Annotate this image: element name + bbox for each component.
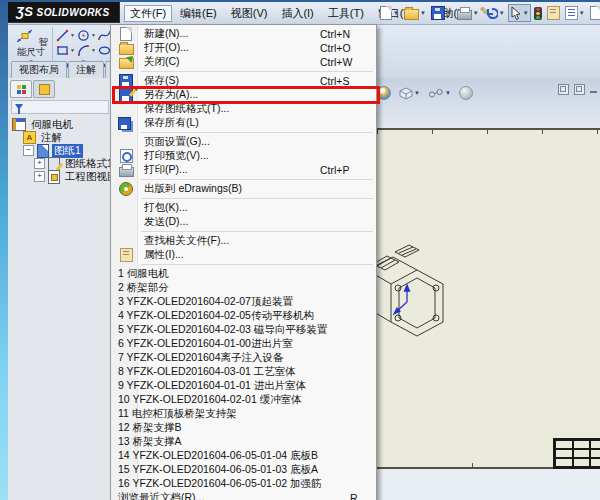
recent-file-item[interactable]: 4 YFZK-OLED201604-02-05传动平移机构: [111, 309, 376, 323]
menubar-item[interactable]: 视图(V): [225, 5, 274, 22]
chevron-down-icon[interactable]: ▼: [70, 32, 75, 38]
file-menu-item-icon-cell: [116, 55, 136, 69]
tree-expander-icon[interactable]: +: [34, 171, 45, 182]
file-menu-item-label: 保存图纸格式(T)...: [144, 102, 320, 116]
file-menu-item[interactable]: 打印预览(V)...: [111, 149, 376, 163]
chevron-down-icon[interactable]: ▼: [579, 10, 585, 16]
title-block: [553, 438, 600, 469]
recent-file-item[interactable]: 6 YFZK-OLED201604-01-00进出片室: [111, 337, 376, 351]
chevron-down-icon[interactable]: ▼: [91, 32, 96, 38]
chevron-down-icon[interactable]: ▼: [393, 10, 399, 16]
file-menu-item[interactable]: 打开(O)...Ctrl+O: [111, 41, 376, 55]
recent-file-item[interactable]: 16 YFZK-OLED201604-06-05-01-02 加强筋: [111, 477, 376, 491]
tree-item[interactable]: −图纸1: [8, 144, 112, 157]
recent-file-label: 12 桥架支撑B: [118, 421, 376, 435]
doc-toolbar-button[interactable]: ▼: [378, 4, 401, 22]
file-menu-item[interactable]: 打包(K)...: [111, 201, 376, 215]
file-menu-item-shortcut: Ctrl+N: [320, 28, 370, 40]
sk-rect-tool[interactable]: ▼: [56, 43, 76, 57]
file-menu-item[interactable]: 打印(P)...Ctrl+P: [111, 163, 376, 177]
tree-expander-icon[interactable]: −: [23, 145, 34, 156]
tree-item[interactable]: +图纸格式1: [8, 157, 112, 170]
heads-up-toolbar: ▼▼: [375, 84, 475, 102]
recent-file-item[interactable]: 14 YFZK-OLED201604-06-05-01-04 底板B: [111, 449, 376, 463]
menubar-item[interactable]: 编辑(E): [174, 5, 223, 22]
file-menu-item-icon-cell: [116, 182, 136, 196]
file-menu-item-icon-cell: [116, 149, 136, 163]
hideshow-view-button[interactable]: ▼: [426, 86, 453, 101]
file-menu-item[interactable]: 发送(D)...: [111, 215, 376, 229]
chevron-down-icon[interactable]: ▼: [70, 47, 75, 53]
commandmanager-tab[interactable]: 视图布局: [11, 61, 67, 79]
recent-file-item[interactable]: 1 伺服电机: [111, 267, 376, 281]
file-menu-item[interactable]: 属性(I)...: [111, 248, 376, 262]
tree-expander-icon[interactable]: +: [34, 158, 45, 169]
printer-toolbar-button[interactable]: ▼: [455, 4, 481, 22]
props-toolbar-button[interactable]: [545, 4, 562, 22]
sphere-view-button[interactable]: [375, 84, 393, 102]
menubar-item[interactable]: 文件(F): [124, 5, 172, 22]
file-menu-item[interactable]: 保存(S)Ctrl+S: [111, 74, 376, 88]
chevron-down-icon[interactable]: ▼: [445, 90, 451, 96]
tree-filter-bar[interactable]: [11, 100, 109, 114]
floppy-pen-icon: [119, 88, 133, 102]
file-menu-item-shortcut: Ctrl+O: [320, 42, 370, 54]
recent-file-item[interactable]: 5 YFZK-OLED201604-02-03 磁导向平移装置: [111, 323, 376, 337]
tab-property-manager[interactable]: [33, 80, 55, 98]
chevron-down-icon[interactable]: ▼: [91, 47, 96, 53]
file-menu-item[interactable]: 页面设置(G)...: [111, 135, 376, 149]
file-menu-item[interactable]: 保存图纸格式(T)...: [111, 102, 376, 116]
recent-file-item[interactable]: 11 电控柜顶板桥架支持架: [111, 407, 376, 421]
recent-file-item[interactable]: 9 YFZK-OLED201604-01-01 进出片室体: [111, 379, 376, 393]
floppy-toolbar-button[interactable]: ▼: [429, 4, 454, 22]
list-toolbar-button[interactable]: ▼: [563, 4, 587, 22]
menu-separator: [141, 198, 373, 199]
commandmanager-tab[interactable]: 注解: [68, 61, 104, 79]
recent-file-item[interactable]: 15 YFZK-OLED201604-06-05-01-03 底板A: [111, 463, 376, 477]
file-menu-item[interactable]: 关闭(C)Ctrl+W: [111, 55, 376, 69]
restore-window-icon[interactable]: [558, 84, 569, 95]
tree-item[interactable]: 伺服电机: [8, 118, 112, 131]
tree-item[interactable]: 注解: [8, 131, 112, 144]
chevron-down-icon[interactable]: ▼: [414, 90, 420, 96]
cube-view-button[interactable]: ▼: [397, 85, 422, 102]
recent-file-item[interactable]: 2 桥架部分: [111, 281, 376, 295]
restore-window-icon[interactable]: [574, 84, 585, 95]
file-menu-item-icon-cell: [116, 74, 136, 88]
file-menu-item-icon-cell: [116, 117, 136, 130]
chevron-down-icon[interactable]: ▼: [523, 10, 529, 16]
undo-toolbar-button[interactable]: ▼: [482, 4, 507, 22]
recent-file-item[interactable]: 8 YFZK-OLED201604-03-01 工艺室体: [111, 365, 376, 379]
file-menu-item[interactable]: 出版到 eDrawings(B): [111, 182, 376, 196]
tree-item[interactable]: +工程图视图1: [8, 170, 112, 183]
file-menu-item[interactable]: 新建(N)...Ctrl+N: [111, 27, 376, 41]
doc-toolbar-button[interactable]: [588, 4, 600, 22]
chevron-down-icon[interactable]: ▼: [420, 10, 426, 16]
minimize-window-icon[interactable]: [590, 91, 597, 93]
recent-file-label: 2 桥架部分: [118, 281, 376, 295]
traffic-toolbar-button[interactable]: [532, 5, 544, 22]
menubar-item[interactable]: 工具(T): [322, 5, 370, 22]
recent-file-item[interactable]: 12 桥架支撑B: [111, 421, 376, 435]
file-menu-item-label: 出版到 eDrawings(B): [144, 182, 320, 196]
folder-toolbar-button[interactable]: ▼: [402, 4, 428, 22]
tab-feature-tree[interactable]: [10, 80, 32, 98]
browse-recent-documents[interactable]: 浏览最近文档(R)...R: [111, 491, 376, 500]
sk-line-tool[interactable]: ▼: [56, 28, 76, 42]
sk-circle-tool[interactable]: ▼: [77, 28, 97, 42]
recent-file-item[interactable]: 3 YFZK-OLED201604-02-07顶起装置: [111, 295, 376, 309]
chevron-down-icon[interactable]: ▼: [473, 10, 479, 16]
file-menu-item[interactable]: 另存为(A)...: [111, 88, 376, 102]
chevron-down-icon[interactable]: ▼: [499, 10, 505, 16]
file-menu-item-label: 打开(O)...: [144, 41, 320, 55]
file-menu-item[interactable]: 保存所有(L): [111, 116, 376, 130]
menubar-item[interactable]: 插入(I): [275, 5, 319, 22]
file-menu-item[interactable]: 查找相关文件(F)...: [111, 234, 376, 248]
cursor-toolbar-button[interactable]: ▼: [508, 4, 531, 22]
recent-file-item[interactable]: 7 YFZK-OLED201604离子注入设备: [111, 351, 376, 365]
chevron-down-icon[interactable]: ▼: [446, 10, 452, 16]
graycircle-view-button[interactable]: [457, 84, 475, 102]
sk-arc-tool[interactable]: ▼: [77, 43, 97, 57]
recent-file-item[interactable]: 10 YFZK-OLED201604-02-01 缓冲室体: [111, 393, 376, 407]
recent-file-item[interactable]: 13 桥架支撑A: [111, 435, 376, 449]
